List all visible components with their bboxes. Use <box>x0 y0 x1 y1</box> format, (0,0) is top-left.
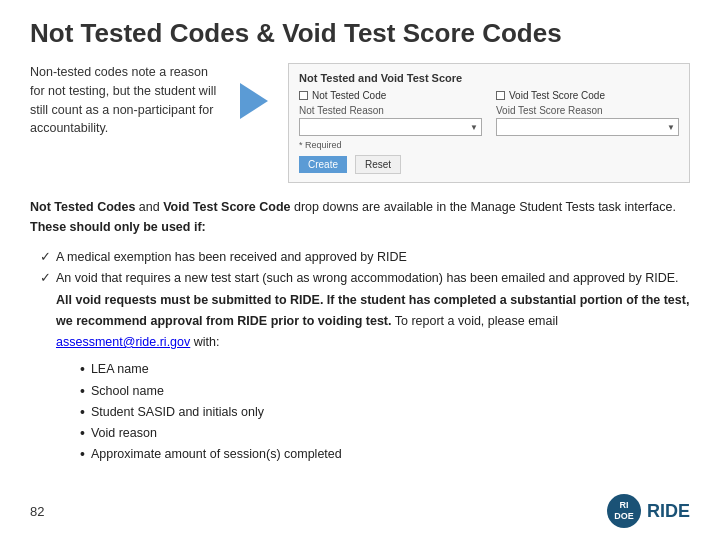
logo-circle-text: RIDOE <box>614 500 634 522</box>
screenshot-columns: Not Tested Code Not Tested Reason ▼ Void… <box>299 90 679 136</box>
col1-dropdown[interactable]: ▼ <box>299 118 482 136</box>
checkmark-1: ✓ <box>40 247 51 268</box>
col1-label: Not Tested Code <box>312 90 386 101</box>
reset-button[interactable]: Reset <box>355 155 401 174</box>
main-text-and: and <box>139 200 163 214</box>
bullet-item-5: Approximate amount of session(s) complet… <box>80 444 690 465</box>
screenshot-col1: Not Tested Code Not Tested Reason ▼ <box>299 90 482 136</box>
bullet-item-5-text: Approximate amount of session(s) complet… <box>91 444 342 465</box>
col2-dropdown-arrow-icon: ▼ <box>667 123 675 132</box>
check-item-2: ✓ An void that requires a new test start… <box>40 268 690 353</box>
logo-area: RIDOE RIDE <box>607 494 690 528</box>
email-link[interactable]: assessment@ride.ri.gov <box>56 335 190 349</box>
col1-dropdown-arrow-icon: ▼ <box>470 123 478 132</box>
bottom-bar: 82 RIDOE RIDE <box>0 494 720 528</box>
checkbox-not-tested <box>299 91 308 100</box>
col2-field-label: Void Test Score Reason <box>496 105 679 116</box>
description-text: Non-tested codes note a reason for not t… <box>30 63 220 138</box>
top-section: Non-tested codes note a reason for not t… <box>30 63 690 183</box>
main-paragraph: Not Tested Codes and Void Test Score Cod… <box>30 197 690 237</box>
bullet-item-3-text: Student SASID and initials only <box>91 402 264 423</box>
void-test-score-code-bold: Void Test Score Code <box>163 200 290 214</box>
screenshot-buttons: Create Reset <box>299 155 679 174</box>
bullet-item-2: School name <box>80 381 690 402</box>
logo-text: RIDE <box>647 501 690 522</box>
screenshot-title: Not Tested and Void Test Score <box>299 72 679 84</box>
check-list: ✓ A medical exemption has been received … <box>40 247 690 353</box>
checkbox-row-1: Not Tested Code <box>299 90 482 101</box>
col1-field-label: Not Tested Reason <box>299 105 482 116</box>
bullet-item-2-text: School name <box>91 381 164 402</box>
checkbox-row-2: Void Test Score Code <box>496 90 679 101</box>
bullet-list: LEA name School name Student SASID and i… <box>80 359 690 465</box>
description-box: Non-tested codes note a reason for not t… <box>30 63 220 138</box>
bullet-item-3: Student SASID and initials only <box>80 402 690 423</box>
page-title: Not Tested Codes & Void Test Score Codes <box>30 18 690 49</box>
bullet-item-1-text: LEA name <box>91 359 149 380</box>
arrow-container <box>240 63 268 119</box>
logo-circle: RIDOE <box>607 494 641 528</box>
col2-dropdown[interactable]: ▼ <box>496 118 679 136</box>
checkbox-void-test <box>496 91 505 100</box>
bullet-item-4-text: Void reason <box>91 423 157 444</box>
check-item-1-text: A medical exemption has been received an… <box>56 247 407 268</box>
check-item-2-text: An void that requires a new test start (… <box>56 268 690 353</box>
page-number: 82 <box>30 504 44 519</box>
required-note: * Required <box>299 140 679 150</box>
checkmark-2: ✓ <box>40 268 51 289</box>
check-item-1: ✓ A medical exemption has been received … <box>40 247 690 268</box>
arrow-icon <box>240 83 268 119</box>
bullet-item-4: Void reason <box>80 423 690 444</box>
screenshot-col2: Void Test Score Code Void Test Score Rea… <box>496 90 679 136</box>
create-button[interactable]: Create <box>299 156 347 173</box>
all-void-requests-bold: All void requests must be submitted to R… <box>56 293 689 328</box>
not-tested-codes-bold: Not Tested Codes <box>30 200 135 214</box>
should-only-be-used: These should only be used if: <box>30 220 206 234</box>
screenshot-box: Not Tested and Void Test Score Not Teste… <box>288 63 690 183</box>
page: Not Tested Codes & Void Test Score Codes… <box>0 0 720 540</box>
bullet-item-1: LEA name <box>80 359 690 380</box>
col2-label: Void Test Score Code <box>509 90 605 101</box>
main-text-dropdowns: drop downs are available in the Manage S… <box>294 200 676 214</box>
